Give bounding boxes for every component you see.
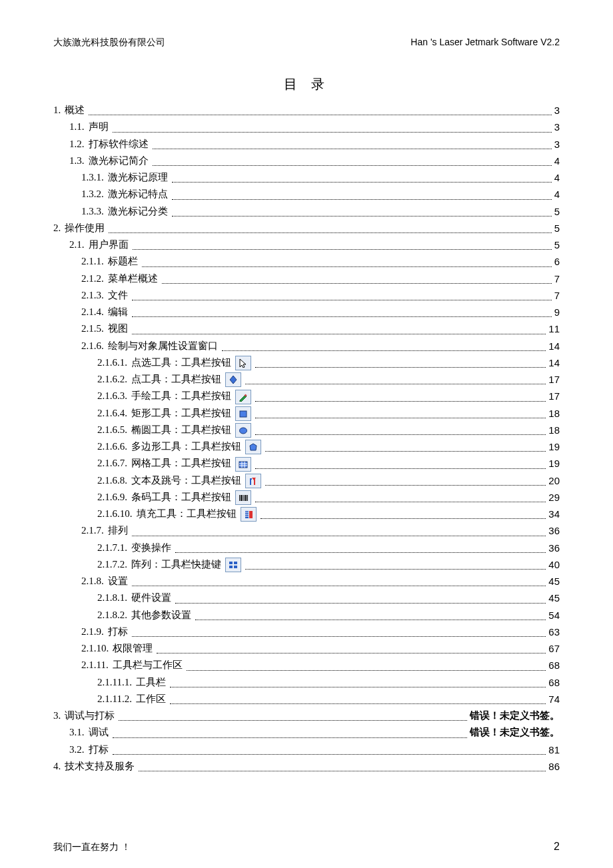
toc-entry[interactable]: 2.1.4.编辑9 xyxy=(53,304,560,320)
toc-page: 7 xyxy=(554,271,560,286)
toc-entry[interactable]: 2.1.8.设置45 xyxy=(53,574,560,589)
toc-entry[interactable]: 2.1.7.1.变换操作36 xyxy=(53,540,560,556)
toc-leader-dots xyxy=(195,620,546,620)
toc-leader-dots xyxy=(255,418,546,418)
toc-entry[interactable]: 2.1.6.绘制与对象属性设置窗口14 xyxy=(53,338,560,354)
toc-number: 2.1.6.3. xyxy=(97,388,127,404)
toc-text: 设置 xyxy=(108,574,128,589)
toc-page: 5 xyxy=(554,204,560,219)
toc-entry[interactable]: 1.3.2.激光标记特点4 xyxy=(53,187,560,202)
toc-entry[interactable]: 2.操作使用5 xyxy=(53,220,560,236)
toc-page: 45 xyxy=(548,590,560,606)
toc-entry[interactable]: 2.1.6.7.网格工具：工具栏按钮19 xyxy=(53,456,560,471)
toc-text: 多边形工具：工具栏按钮 xyxy=(131,439,241,454)
toc-entry[interactable]: 2.1.2.菜单栏概述7 xyxy=(53,271,560,286)
toc-leader-dots xyxy=(113,737,468,738)
toc-leader-dots xyxy=(255,434,546,435)
toc-entry[interactable]: 1.3.3.激光标记分类5 xyxy=(53,204,560,219)
toc-entry[interactable]: 2.1.7.2.阵列：工具栏快捷键40 xyxy=(53,557,560,572)
toc-leader-dots xyxy=(172,199,552,200)
toc-entry[interactable]: 2.1.6.3.手绘工具：工具栏按钮17 xyxy=(53,388,560,404)
toc-page: 67 xyxy=(548,641,560,656)
toc-entry[interactable]: 2.1.6.8.文本及跳号：工具栏按钮20 xyxy=(53,473,560,488)
toc-entry[interactable]: 1.3.1.激光标记原理4 xyxy=(53,170,560,185)
toc-text: 激光标记原理 xyxy=(108,170,168,185)
toc-leader-dots xyxy=(132,586,546,586)
toc-entry[interactable]: 2.1.6.1.点选工具：工具栏按钮14 xyxy=(53,355,560,370)
toc-text: 点选工具：工具栏按钮 xyxy=(131,355,231,370)
toc-entry[interactable]: 2.1.6.5.椭圆工具：工具栏按钮18 xyxy=(53,422,560,438)
toc-leader-dots xyxy=(153,165,552,166)
toc-text: 工具栏 xyxy=(136,675,166,690)
toc-entry[interactable]: 1.2.打标软件综述3 xyxy=(53,137,560,152)
toc-entry[interactable]: 2.1.11.1.工具栏68 xyxy=(53,675,560,690)
toc-number: 2.1.6.10. xyxy=(97,506,133,522)
toc-entry[interactable]: 4.技术支持及服务86 xyxy=(53,759,560,774)
toc-page: 3 xyxy=(554,137,560,152)
toc-number: 2.1.6.1. xyxy=(97,355,127,370)
toc-number: 2.1.1. xyxy=(81,254,104,269)
toc-leader-dots xyxy=(132,300,552,300)
footer-slogan: 我们一直在努力 ！ xyxy=(53,841,131,853)
toc-page: 3 xyxy=(554,103,560,118)
toc-entry[interactable]: 2.1.6.9.条码工具：工具栏按钮29 xyxy=(53,490,560,505)
toc-entry[interactable]: 1.1.声明3 xyxy=(53,119,560,135)
toc-leader-dots xyxy=(170,687,546,687)
toc-entry[interactable]: 2.1.5.视图11 xyxy=(53,321,560,336)
pencil-icon xyxy=(235,390,251,404)
toc-entry[interactable]: 2.1.11.2.工作区74 xyxy=(53,691,560,707)
toc-leader-dots xyxy=(245,569,546,570)
toc-text: 椭圆工具：工具栏按钮 xyxy=(131,422,231,438)
toc-page: 7 xyxy=(554,288,560,303)
toc-text: 工具栏与工作区 xyxy=(113,657,183,673)
toc-entry[interactable]: 3.1.调试错误！未定义书签。 xyxy=(53,725,560,740)
toc-page: 14 xyxy=(548,355,560,370)
toc-entry[interactable]: 2.1.8.1.硬件设置45 xyxy=(53,590,560,606)
toc: 1.概述31.1.声明31.2.打标软件综述31.3.激光标记简介41.3.1.… xyxy=(53,103,560,774)
toc-page: 11 xyxy=(548,321,560,336)
toc-leader-dots xyxy=(132,536,546,536)
toc-page: 4 xyxy=(554,170,560,185)
toc-entry[interactable]: 2.1.8.2.其他参数设置54 xyxy=(53,608,560,623)
toc-text: 条码工具：工具栏按钮 xyxy=(131,490,231,505)
toc-entry[interactable]: 2.1.6.2.点工具：工具栏按钮17 xyxy=(53,372,560,387)
toc-number: 2.1.11.2. xyxy=(97,691,132,707)
toc-entry[interactable]: 3.2.打标81 xyxy=(53,742,560,757)
toc-page: 86 xyxy=(548,759,560,774)
toc-page: 5 xyxy=(554,237,560,252)
toc-entry[interactable]: 2.1.11.工具栏与工作区68 xyxy=(53,657,560,673)
toc-entry[interactable]: 2.1.10.权限管理67 xyxy=(53,641,560,656)
toc-text: 标题栏 xyxy=(108,254,138,269)
toc-text: 变换操作 xyxy=(131,540,171,556)
toc-entry[interactable]: 2.1.用户界面5 xyxy=(53,237,560,252)
toc-entry[interactable]: 2.1.1.标题栏6 xyxy=(53,254,560,269)
toc-text: 网格工具：工具栏按钮 xyxy=(131,456,231,471)
toc-page: 18 xyxy=(548,406,560,421)
toc-leader-dots xyxy=(89,115,551,115)
toc-number: 2.1.6.9. xyxy=(97,490,127,505)
toc-entry[interactable]: 1.概述3 xyxy=(53,103,560,118)
toc-number: 4. xyxy=(53,759,61,774)
toc-entry[interactable]: 1.3.激光标记简介4 xyxy=(53,153,560,169)
toc-leader-dots xyxy=(157,653,546,653)
toc-entry[interactable]: 2.1.6.10.填充工具：工具栏按钮34 xyxy=(53,506,560,522)
toc-number: 2.1. xyxy=(69,237,85,252)
toc-page: 29 xyxy=(548,490,560,505)
toc-entry[interactable]: 2.1.9.打标63 xyxy=(53,624,560,640)
toc-entry[interactable]: 2.1.6.6.多边形工具：工具栏按钮19 xyxy=(53,439,560,454)
toc-number: 1.3.1. xyxy=(81,170,104,185)
toc-page: 63 xyxy=(548,624,560,640)
toc-text: 文件 xyxy=(108,288,128,303)
toc-entry[interactable]: 3.调试与打标错误！未定义书签。 xyxy=(53,708,560,723)
toc-number: 3.1. xyxy=(69,725,85,740)
toc-leader-dots xyxy=(119,720,467,721)
toc-page: 错误！未定义书签。 xyxy=(470,725,560,740)
toc-leader-dots xyxy=(139,771,546,771)
toc-entry[interactable]: 2.1.7.排列36 xyxy=(53,523,560,538)
toc-entry[interactable]: 2.1.3.文件7 xyxy=(53,288,560,303)
toc-leader-dots xyxy=(222,350,546,351)
toc-entry[interactable]: 2.1.6.4.矩形工具：工具栏按钮18 xyxy=(53,406,560,421)
toc-text: 其他参数设置 xyxy=(131,608,191,623)
fill-icon xyxy=(241,507,257,522)
toc-page: 54 xyxy=(548,608,560,623)
